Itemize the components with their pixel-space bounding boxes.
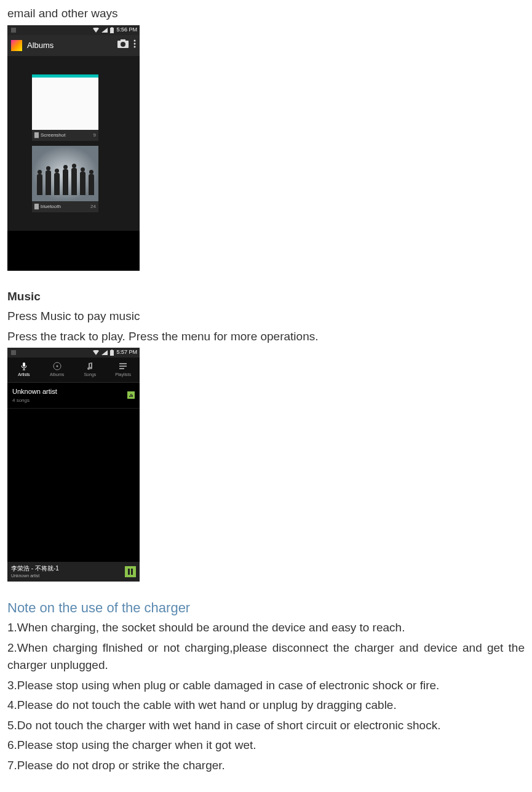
signal-icon bbox=[101, 350, 108, 355]
wifi-icon bbox=[93, 28, 99, 33]
albums-grid: ▇ Screenshot 9 ▇ bluetooth 24 bbox=[7, 56, 140, 231]
svg-rect-17 bbox=[130, 394, 132, 397]
notification-icon bbox=[11, 350, 16, 355]
svg-rect-1 bbox=[111, 27, 113, 28]
charger-note: 6.Please stop using the charger when it … bbox=[7, 737, 525, 754]
artist-name: Unknown artist bbox=[12, 386, 127, 397]
artist-sub: 4 songs bbox=[12, 397, 127, 404]
svg-point-5 bbox=[134, 39, 136, 41]
music-line1: Press Music to pay music bbox=[7, 308, 525, 326]
albums-screenshot: 5:56 PM Albums ▇ Screenshot 9 bbox=[7, 25, 140, 271]
tab-label: Artists bbox=[18, 372, 30, 378]
battery-icon bbox=[110, 350, 114, 356]
now-playing-title: 李荣浩 - 不将就-1 bbox=[11, 564, 125, 573]
svg-rect-3 bbox=[121, 39, 125, 41]
svg-rect-16 bbox=[129, 396, 130, 397]
tab-albums[interactable]: Albums bbox=[41, 358, 74, 382]
svg-rect-15 bbox=[119, 368, 124, 369]
mic-icon bbox=[20, 362, 28, 370]
svg-rect-8 bbox=[110, 350, 114, 356]
camera-icon[interactable] bbox=[117, 39, 129, 52]
album-footer: ▇ Screenshot 9 bbox=[32, 130, 98, 141]
artist-list: Unknown artist 4 songs bbox=[7, 383, 140, 409]
svg-rect-9 bbox=[111, 350, 113, 350]
note-icon bbox=[85, 362, 94, 370]
svg-rect-0 bbox=[110, 28, 114, 33]
now-playing-badge-icon bbox=[127, 391, 135, 399]
tab-label: Albums bbox=[50, 372, 64, 378]
action-bar-title[interactable]: Albums bbox=[27, 39, 54, 52]
action-bar: Albums bbox=[7, 35, 140, 56]
tab-songs[interactable]: Songs bbox=[74, 358, 107, 382]
tab-label: Songs bbox=[84, 372, 96, 378]
list-item[interactable]: Unknown artist 4 songs bbox=[7, 383, 140, 409]
overflow-menu-icon[interactable] bbox=[133, 39, 136, 52]
album-count: 9 bbox=[93, 132, 96, 139]
music-heading: Music bbox=[7, 288, 525, 306]
svg-rect-18 bbox=[132, 395, 133, 398]
status-bar: 5:57 PM bbox=[7, 348, 140, 358]
pause-icon bbox=[128, 569, 133, 575]
signal-icon bbox=[101, 28, 108, 33]
now-playing-artist: Unknown artist bbox=[11, 573, 125, 580]
tab-label: Playlists bbox=[115, 372, 131, 378]
intro-line: email and other ways bbox=[7, 5, 525, 23]
svg-rect-13 bbox=[119, 363, 127, 364]
svg-rect-20 bbox=[131, 569, 133, 575]
charger-note: 2.When charging flnished or not charging… bbox=[7, 639, 525, 674]
svg-point-7 bbox=[134, 46, 136, 47]
album-name: bluetooth bbox=[41, 203, 61, 210]
music-screenshot: 5:57 PM Artists Albums Songs Playlists U… bbox=[7, 348, 140, 582]
list-icon bbox=[119, 362, 127, 370]
status-time: 5:56 PM bbox=[116, 26, 137, 34]
status-bar: 5:56 PM bbox=[7, 25, 140, 35]
status-time: 5:57 PM bbox=[116, 348, 137, 357]
album-footer: ▇ bluetooth 24 bbox=[32, 201, 98, 212]
album-count: 24 bbox=[90, 203, 96, 210]
svg-rect-14 bbox=[119, 366, 127, 367]
battery-icon bbox=[110, 27, 114, 33]
music-tabs: Artists Albums Songs Playlists bbox=[7, 358, 140, 383]
album-thumbnail bbox=[32, 146, 98, 201]
svg-point-12 bbox=[56, 365, 58, 367]
charger-heading: Note on the use of the charger bbox=[7, 598, 525, 618]
folder-icon: ▇ bbox=[34, 202, 39, 211]
disc-icon bbox=[53, 362, 62, 370]
svg-rect-19 bbox=[128, 569, 130, 575]
charger-note: 7.Please do not drop or strike the charg… bbox=[7, 757, 525, 775]
pause-button[interactable] bbox=[125, 566, 136, 577]
svg-point-6 bbox=[134, 42, 136, 44]
svg-point-4 bbox=[121, 42, 125, 47]
album-name: Screenshot bbox=[41, 132, 65, 139]
notification-icon bbox=[11, 28, 16, 33]
tab-playlists[interactable]: Playlists bbox=[106, 358, 140, 382]
charger-note: 5.Do not touch the charger with wet hand… bbox=[7, 717, 525, 735]
gallery-app-icon bbox=[11, 40, 22, 51]
charger-note: 3.Please stop using when plug or cable d… bbox=[7, 677, 525, 695]
now-playing-bar[interactable]: 李荣浩 - 不将就-1 Unknown artist bbox=[7, 562, 140, 582]
charger-note: 4.Please do not touch the cable with wet… bbox=[7, 697, 525, 714]
charger-note: 1.When charging, the socket should be ar… bbox=[7, 619, 525, 637]
album-thumbnail bbox=[32, 74, 98, 130]
folder-icon: ▇ bbox=[34, 131, 39, 140]
wifi-icon bbox=[93, 350, 99, 355]
tab-artists[interactable]: Artists bbox=[7, 358, 41, 382]
svg-rect-10 bbox=[23, 362, 25, 367]
music-line2: Press the track to play. Press the menu … bbox=[7, 328, 525, 346]
album-card[interactable]: ▇ Screenshot 9 bbox=[32, 74, 98, 141]
album-card[interactable]: ▇ bluetooth 24 bbox=[32, 146, 98, 212]
